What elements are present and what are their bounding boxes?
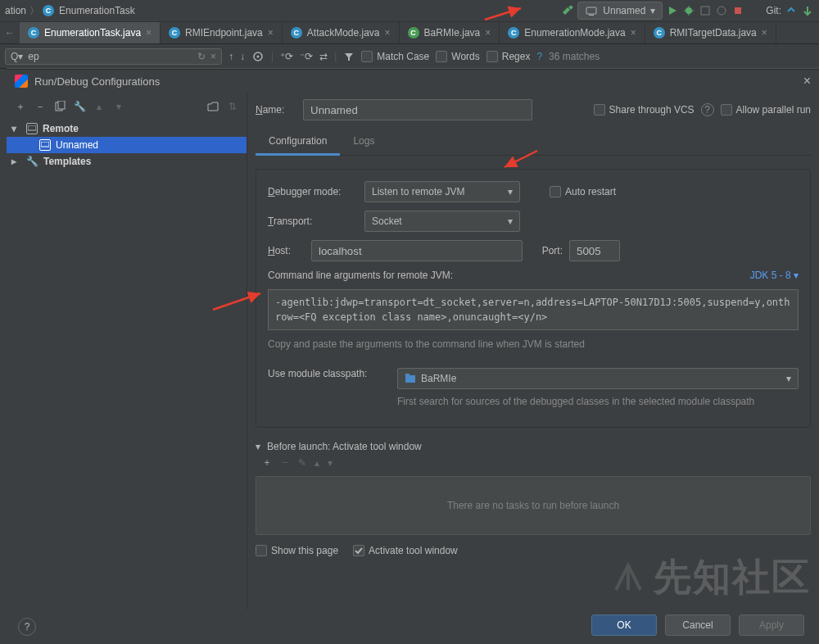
clear-icon[interactable]: × [210,51,216,62]
transport-combo[interactable]: Socket [364,211,520,232]
port-label: Port: [542,245,563,256]
before-launch-section: ▾ Before launch: Activate tool window ＋ … [256,441,811,556]
copy-icon[interactable] [52,99,67,114]
search-input[interactable]: Q▾ ↻ × [5,48,222,65]
move-down-icon[interactable]: ▾ [111,99,126,114]
folder-icon[interactable] [206,99,220,114]
show-page-checkbox[interactable]: Show this page [256,545,338,556]
add-icon[interactable]: ＋ [262,456,272,469]
name-field[interactable] [303,99,532,120]
tab-rmitargetdata[interactable]: CRMITargetData.java× [645,22,776,43]
cmd-args-textarea[interactable]: -agentlib:jdwp=transport=dt_socket,serve… [268,289,799,330]
close-icon[interactable]: × [485,27,491,39]
breadcrumb-seg[interactable]: C EnumerationTask [43,5,135,16]
svg-rect-0 [568,5,573,10]
dialog-titlebar: Run/Debug Configurations × [7,70,819,93]
ok-button[interactable]: OK [591,615,657,636]
move-up-icon[interactable]: ▴ [314,457,319,469]
help-icon[interactable]: ? [701,103,714,116]
parallel-run-checkbox[interactable]: Allow parallel run [721,104,811,116]
next-match-icon[interactable]: ↓ [240,51,245,62]
config-form: Name: Share through VCS ? Allow parallel… [247,93,819,610]
svg-rect-16 [41,142,49,147]
name-label: Name: [256,104,296,116]
tab-barmie[interactable]: CBaRMIe.java× [400,22,500,43]
debugger-mode-combo[interactable]: Listen to remote JVM [364,181,520,202]
svg-rect-17 [405,375,415,383]
add-icon[interactable]: ＋ [13,99,28,114]
expand-icon[interactable]: ⇅ [225,99,240,114]
play-icon[interactable] [666,4,679,17]
cmd-hint: Copy and paste the arguments to the comm… [268,338,799,350]
module-classpath-combo[interactable]: BaRMIe [397,368,799,389]
apply-button[interactable]: Apply [739,615,804,636]
run-config-combo[interactable]: Unnamed ▾ [577,2,663,20]
profile-icon[interactable] [715,4,728,17]
close-icon[interactable]: × [268,27,274,39]
module-classpath-label: Use module classpath: [268,368,391,379]
filter-icon[interactable] [343,51,355,62]
help-button[interactable]: ? [18,618,36,636]
dialog-buttons: OK Cancel Apply [591,615,804,636]
close-icon[interactable]: × [631,27,636,39]
auto-restart-checkbox[interactable]: Auto restart [550,186,616,197]
close-icon[interactable]: × [385,27,391,39]
before-launch-label: Before launch: Activate tool window [267,441,422,452]
breadcrumb: ation 〉 C EnumerationTask [5,4,561,18]
git-update-icon[interactable] [785,4,798,17]
close-icon[interactable]: × [146,27,152,39]
close-icon[interactable]: × [762,27,767,39]
config-tree: ＋ － 🔧 ▴ ▾ ⇅ ▾ Remote Unnamed ▸ � [7,93,247,610]
edit-icon[interactable]: ✎ [298,457,306,469]
tab-enumerationtask[interactable]: CEnumerationTask.java× [20,22,161,43]
coverage-icon[interactable] [699,4,712,17]
tab-logs[interactable]: Logs [340,129,387,155]
tree-node-unnamed[interactable]: Unnamed [7,137,247,153]
breadcrumb-seg[interactable]: ation [5,5,26,16]
tab-attackmode[interactable]: CAttackMode.java× [283,22,400,43]
host-label: Host: [268,245,305,256]
tab-rmiendpoint[interactable]: CRMIEndpoint.java× [161,22,283,43]
top-toolbar: ation 〉 C EnumerationTask Unnamed ▾ Git: [0,0,819,21]
move-up-icon[interactable]: ▴ [92,99,106,114]
select-all-icon[interactable] [251,50,265,63]
hammer-icon[interactable] [561,4,574,17]
remove-selection-icon[interactable]: ⁻⟳ [300,51,313,62]
debugger-mode-label: Debugger mode: [268,186,358,197]
history-icon[interactable]: ↻ [197,51,206,62]
host-field[interactable] [311,240,523,261]
expand-icon[interactable]: ▸ [11,156,21,167]
words-checkbox[interactable]: Words [436,51,479,62]
regex-help-icon[interactable]: ? [536,51,542,62]
expand-icon[interactable]: ▾ [11,123,21,134]
prev-match-icon[interactable]: ↑ [229,51,233,62]
port-field[interactable] [569,240,620,261]
move-down-icon[interactable]: ▾ [328,457,333,469]
regex-checkbox[interactable]: Regex [486,51,531,62]
remove-icon[interactable]: － [280,456,290,469]
wrench-icon[interactable]: 🔧 [72,99,87,114]
collapse-icon[interactable]: ▾ [256,441,260,452]
tree-node-templates[interactable]: ▸ 🔧 Templates [7,153,247,170]
tab-configuration[interactable]: Configuration [256,129,340,156]
search-icon: Q▾ [11,51,23,62]
remote-icon [585,4,598,17]
select-occurrences-icon[interactable]: ⇄ [319,51,328,62]
tree-node-remote[interactable]: ▾ Remote [7,120,247,137]
close-icon[interactable]: × [803,74,811,88]
share-vcs-checkbox[interactable]: Share through VCS [594,104,695,116]
watermark: 先知社区 [609,552,811,603]
add-selection-icon[interactable]: ⁺⟳ [280,51,293,62]
git-commit-icon[interactable] [801,4,814,17]
cancel-button[interactable]: Cancel [665,615,731,636]
activate-tool-checkbox[interactable]: Activate tool window [353,545,458,556]
jdk-version-link[interactable]: JDK 5 - 8 ▾ [750,270,799,281]
match-case-checkbox[interactable]: Match Case [361,51,429,62]
tab-enumerationmode[interactable]: CEnumerationMode.java× [500,22,645,43]
config-panel: Debugger mode: Listen to remote JVM Auto… [256,169,811,428]
tabs-prev-icon[interactable]: ← [0,22,20,43]
remove-icon[interactable]: － [33,99,48,114]
debug-icon[interactable] [682,4,695,17]
chevron-down-icon: ▾ [650,5,655,16]
stop-icon[interactable] [731,4,744,17]
